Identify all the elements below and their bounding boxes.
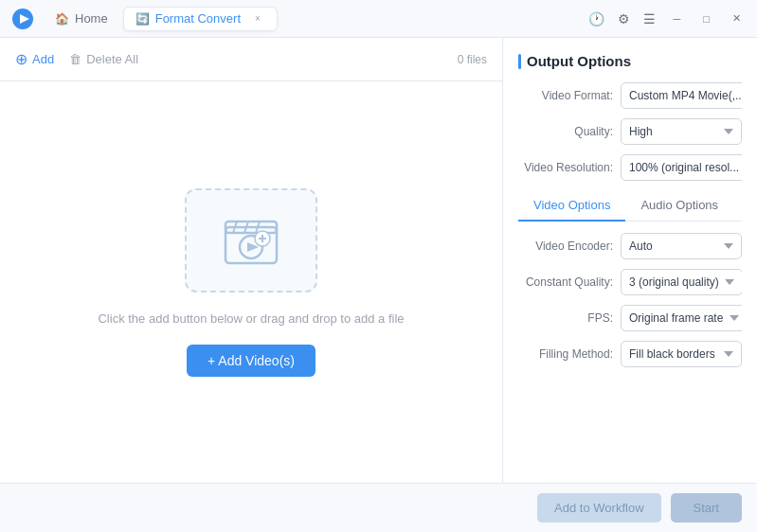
- resolution-select[interactable]: 100% (original resol... 50% 75% 1080p 72…: [621, 154, 742, 181]
- right-panel: Output Options Video Format: Custom MP4 …: [503, 38, 757, 483]
- filling-method-select[interactable]: Fill black borders Stretch Crop None: [621, 341, 742, 367]
- menu-icon[interactable]: ☰: [643, 11, 656, 27]
- quality-select[interactable]: High Medium Low: [621, 118, 742, 145]
- delete-all-button[interactable]: 🗑 Delete All: [69, 52, 138, 66]
- add-button[interactable]: ⊕ Add: [15, 52, 54, 67]
- fps-row: FPS: Original frame rate 24 25 30 60: [518, 305, 742, 331]
- drop-instruction: Click the add button below or drag and d…: [98, 311, 404, 326]
- format-convert-icon: 🔄: [135, 12, 150, 26]
- left-panel: ⊕ Add 🗑 Delete All 0 files: [0, 38, 503, 483]
- tab-close-button[interactable]: ×: [250, 11, 265, 27]
- resolution-row: Video Resolution: 100% (original resol..…: [518, 154, 742, 181]
- drop-icon-container: [185, 188, 317, 293]
- trash-icon: 🗑: [69, 52, 81, 66]
- add-to-workflow-button[interactable]: Add to Workflow: [537, 493, 660, 523]
- settings-icon[interactable]: ⚙: [618, 11, 630, 27]
- file-count: 0 files: [458, 53, 487, 66]
- quality-row: Quality: High Medium Low: [518, 118, 742, 145]
- right-content: Output Options Video Format: Custom MP4 …: [518, 53, 742, 483]
- maximize-button[interactable]: □: [698, 11, 714, 27]
- add-circle-icon: ⊕: [15, 52, 27, 67]
- main-area: ⊕ Add 🗑 Delete All 0 files: [0, 38, 757, 483]
- constant-quality-select[interactable]: 3 (original quality) 1 2 4 5: [621, 269, 742, 295]
- app-logo: [11, 8, 34, 30]
- tab-audio-options[interactable]: Audio Options: [625, 190, 733, 222]
- history-icon[interactable]: 🕐: [588, 11, 604, 27]
- quality-label: Quality:: [518, 125, 613, 138]
- constant-quality-label: Constant Quality:: [518, 275, 613, 289]
- add-video-button[interactable]: + Add Video(s): [187, 345, 315, 377]
- video-format-select[interactable]: Custom MP4 Movie(,... MP4 MOV AVI MKV: [621, 82, 742, 109]
- titlebar-right: 🕐 ⚙ ☰ ─ □ ✕: [588, 10, 746, 27]
- filling-method-label: Filling Method:: [518, 347, 613, 361]
- tab-home[interactable]: 🏠 Home: [44, 8, 119, 29]
- encoder-row: Video Encoder: Auto H.264 H.265 MPEG-4: [518, 233, 742, 259]
- video-format-row: Video Format: Custom MP4 Movie(,... MP4 …: [518, 82, 742, 109]
- drop-area: Click the add button below or drag and d…: [0, 81, 502, 483]
- add-button-label: Add: [32, 52, 54, 66]
- home-tab-label: Home: [75, 11, 108, 26]
- window-close-button[interactable]: ✕: [728, 10, 746, 27]
- toolbar: ⊕ Add 🗑 Delete All 0 files: [0, 38, 502, 81]
- tab-video-options[interactable]: Video Options: [518, 190, 625, 222]
- encoder-select[interactable]: Auto H.264 H.265 MPEG-4: [621, 233, 742, 259]
- tab-format-convert[interactable]: 🔄 Format Convert ×: [123, 7, 278, 31]
- home-icon: 🏠: [55, 12, 69, 26]
- filling-method-row: Filling Method: Fill black borders Stret…: [518, 341, 742, 367]
- minimize-button[interactable]: ─: [669, 11, 686, 27]
- titlebar-left: 🏠 Home 🔄 Format Convert ×: [11, 7, 278, 31]
- delete-all-label: Delete All: [86, 52, 138, 66]
- titlebar: 🏠 Home 🔄 Format Convert × 🕐 ⚙ ☰ ─ □ ✕: [0, 0, 757, 38]
- output-options-title: Output Options: [518, 53, 742, 69]
- fps-select[interactable]: Original frame rate 24 25 30 60: [621, 305, 742, 331]
- bottom-bar: Add to Workflow Start: [0, 483, 757, 532]
- video-format-label: Video Format:: [518, 89, 613, 102]
- fps-label: FPS:: [518, 311, 613, 325]
- resolution-label: Video Resolution:: [518, 161, 613, 174]
- constant-quality-row: Constant Quality: 3 (original quality) 1…: [518, 269, 742, 295]
- active-tab-label: Format Convert: [155, 11, 241, 26]
- options-tabs: Video Options Audio Options: [518, 190, 742, 222]
- clapperboard-icon: [218, 212, 284, 269]
- start-button[interactable]: Start: [671, 493, 742, 523]
- encoder-label: Video Encoder:: [518, 239, 613, 253]
